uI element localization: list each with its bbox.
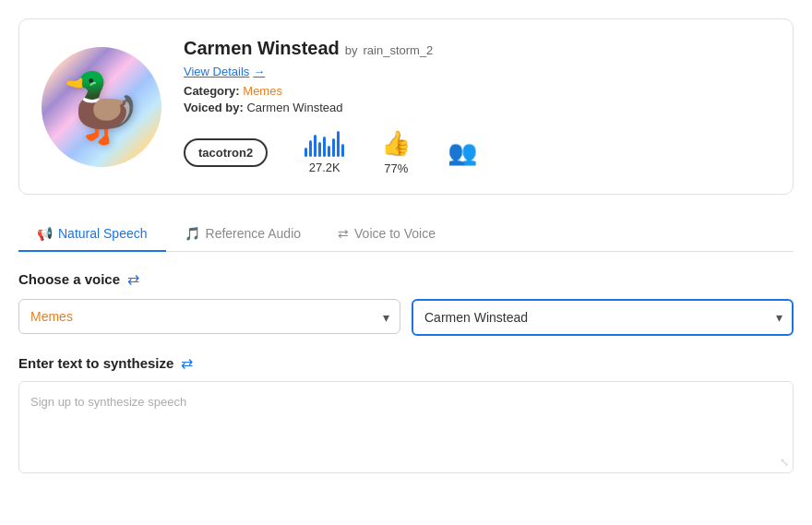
tab-natural-speech-label: Natural Speech xyxy=(58,226,148,241)
tabs-row: 📢 Natural Speech 🎵 Reference Audio ⇄ Voi… xyxy=(18,217,794,252)
view-details-link[interactable]: View Details → xyxy=(184,65,770,78)
tab-reference-audio-label: Reference Audio xyxy=(206,226,302,241)
tab-reference-audio[interactable]: 🎵 Reference Audio xyxy=(166,217,320,252)
music-note-icon: 🎵 xyxy=(185,226,200,241)
profile-name: Carmen Winstead xyxy=(184,38,340,59)
arrow-icon: → xyxy=(253,65,265,78)
community-stat: 👥 xyxy=(448,138,477,167)
category-select[interactable]: Memes Anime Games Movies TV Music xyxy=(18,299,400,334)
likes-percent: 77% xyxy=(384,161,408,175)
tab-voice-to-voice[interactable]: ⇄ Voice to Voice xyxy=(319,217,454,252)
arrows-icon: ⇄ xyxy=(338,226,349,241)
text-section-title: Enter text to synthesize xyxy=(18,355,173,371)
profile-name-row: Carmen Winstead by rain_storm_2 xyxy=(184,38,770,59)
voice-select[interactable]: Carmen Winstead Other Voice 1 Other Voic… xyxy=(412,299,794,336)
resize-handle-icon: ⤡ xyxy=(780,456,789,469)
stats-row: tacotron2 27.2K xyxy=(184,129,770,175)
plays-stat: 27.2K xyxy=(304,131,344,174)
shuffle-voice-icon[interactable]: ⇄ xyxy=(127,270,139,288)
profile-author: rain_storm_2 xyxy=(363,43,433,57)
category-select-wrapper: Memes Anime Games Movies TV Music ▾ xyxy=(18,299,400,336)
profile-voiced-by: Voiced by: Carmen Winstead xyxy=(184,101,770,114)
profile-by: by xyxy=(345,43,358,57)
community-icon: 👥 xyxy=(448,138,477,167)
text-placeholder: Sign up to synthesize speech xyxy=(30,395,186,409)
profile-category: Category: Memes xyxy=(184,84,770,98)
tab-voice-to-voice-label: Voice to Voice xyxy=(354,226,436,241)
plays-count: 27.2K xyxy=(309,161,340,174)
profile-card: 🦆 Carmen Winstead by rain_storm_2 View D… xyxy=(18,18,794,195)
shuffle-text-icon[interactable]: ⇄ xyxy=(181,354,193,372)
duck-image: 🦆 xyxy=(60,74,143,140)
choose-voice-title: Choose a voice xyxy=(18,271,120,287)
text-section-header: Enter text to synthesize ⇄ xyxy=(18,354,794,372)
profile-info: Carmen Winstead by rain_storm_2 View Det… xyxy=(184,38,770,175)
likes-stat: 👍 77% xyxy=(381,129,411,175)
waveform-icon xyxy=(304,131,344,157)
tab-natural-speech[interactable]: 📢 Natural Speech xyxy=(18,217,166,252)
text-input-area[interactable]: Sign up to synthesize speech ⤡ xyxy=(18,381,794,473)
avatar: 🦆 xyxy=(42,47,161,167)
voice-select-wrapper: Carmen Winstead Other Voice 1 Other Voic… xyxy=(412,299,794,336)
choose-voice-header: Choose a voice ⇄ xyxy=(18,270,794,288)
speaker-icon: 📢 xyxy=(37,226,53,241)
selects-row: Memes Anime Games Movies TV Music ▾ Carm… xyxy=(18,299,794,336)
thumbs-up-icon: 👍 xyxy=(381,129,411,158)
tts-badge: tacotron2 xyxy=(184,138,268,167)
view-details-text: View Details xyxy=(184,65,249,78)
